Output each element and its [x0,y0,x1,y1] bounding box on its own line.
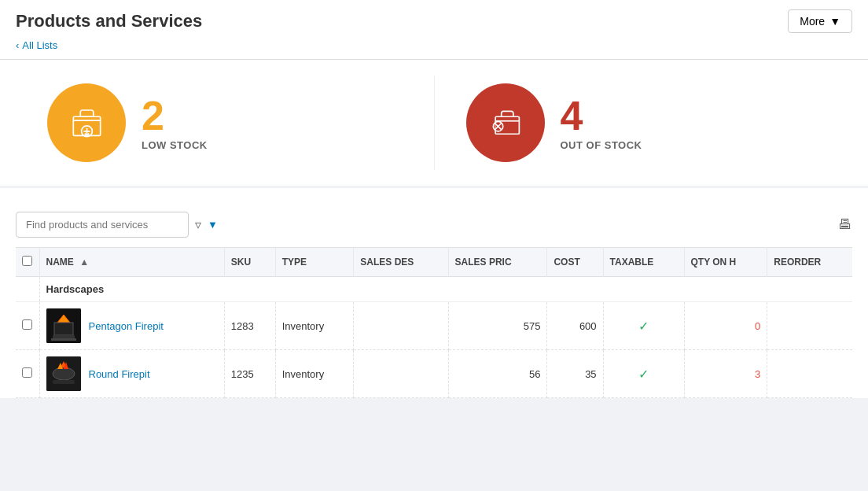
qty-cell: 3 [684,350,767,398]
row-checkbox[interactable] [22,367,32,378]
product-name-cell: Pentagon Firepit [39,302,224,350]
cost-cell: 35 [547,350,603,398]
svg-rect-16 [53,380,75,384]
sku-cell: 1283 [224,302,275,350]
low-stock-card[interactable]: 2 LOW STOCK [16,76,435,170]
taxable-checkmark: ✓ [638,319,649,333]
list-section: ▿ ▼ 🖶 NAME ▲ SKU TYPE SALES DES SALES PR… [0,188,868,398]
col-type[interactable]: TYPE [275,248,354,277]
out-of-stock-card[interactable]: 4 OUT OF STOCK [435,76,853,170]
filter-dropdown-arrow[interactable]: ▼ [208,219,218,231]
sales-price-cell: 56 [448,350,547,398]
sales-price-cell: 575 [448,302,547,350]
svg-rect-9 [53,335,75,338]
row-checkbox[interactable] [22,319,32,330]
select-all-header[interactable] [16,248,39,277]
sort-arrow-name: ▲ [79,257,89,268]
col-sales-price[interactable]: SALES PRIC [448,248,547,277]
taxable-cell: ✓ [603,302,684,350]
product-name-cell: Round Firepit [39,350,224,398]
toolbar: ▿ ▼ 🖶 [16,204,852,238]
svg-point-12 [53,367,75,380]
col-name[interactable]: NAME ▲ [39,248,224,277]
taxable-checkmark: ✓ [638,367,649,381]
table-row: Pentagon Firepit 1283 Inventory 575 600 … [16,302,852,350]
col-taxable[interactable]: TAXABLE [603,248,684,277]
more-button[interactable]: More ▼ [788,9,852,33]
sales-des-cell [354,350,448,398]
reorder-cell [767,350,852,398]
chevron-down-icon: ▼ [829,15,840,28]
filter-icon[interactable]: ▿ [195,217,201,232]
chevron-left-icon: ‹ [16,39,19,51]
svg-rect-8 [54,323,73,335]
col-sku[interactable]: SKU [224,248,275,277]
print-icon[interactable]: 🖶 [838,216,852,233]
out-of-stock-circle [466,83,545,162]
col-sales-des[interactable]: SALES DES [354,248,448,277]
type-cell: Inventory [275,302,354,350]
products-table: NAME ▲ SKU TYPE SALES DES SALES PRIC COS… [16,247,852,398]
svg-rect-10 [51,338,76,341]
cost-cell: 600 [547,302,603,350]
sales-des-cell [354,302,448,350]
row-checkbox-cell[interactable] [16,302,39,350]
stats-section: 2 LOW STOCK 4 OUT OF STOCK [0,60,868,188]
low-stock-info: 2 LOW STOCK [142,95,208,151]
type-cell: Inventory [275,350,354,398]
col-cost[interactable]: COST [547,248,603,277]
row-checkbox-cell[interactable] [16,350,39,398]
product-name[interactable]: Round Firepit [89,368,150,380]
sku-cell: 1235 [224,350,275,398]
reorder-cell [767,302,852,350]
product-thumb [46,356,81,391]
low-stock-number: 2 [142,95,208,136]
col-reorder[interactable]: REORDER [767,248,852,277]
out-of-stock-number: 4 [561,95,642,136]
group-hardscapes: Hardscapes [16,277,852,302]
low-stock-label: LOW STOCK [142,139,208,151]
out-of-stock-icon [484,102,527,145]
search-input[interactable] [16,212,189,238]
low-stock-circle [47,83,126,162]
select-all-checkbox[interactable] [22,256,32,266]
col-qty[interactable]: QTY ON H [684,248,767,277]
product-name[interactable]: Pentagon Firepit [89,320,164,332]
all-lists-link[interactable]: ‹ All Lists [16,39,852,59]
low-stock-icon [65,102,108,145]
table-row: Round Firepit 1235 Inventory 56 35 ✓ 3 [16,350,852,398]
out-of-stock-label: OUT OF STOCK [561,139,642,151]
qty-cell: 0 [684,302,767,350]
product-thumb [46,308,81,343]
out-of-stock-info: 4 OUT OF STOCK [561,95,642,151]
taxable-cell: ✓ [603,350,684,398]
page-header: Products and Services More ▼ ‹ All Lists [0,0,868,60]
page-title: Products and Services [16,11,202,31]
